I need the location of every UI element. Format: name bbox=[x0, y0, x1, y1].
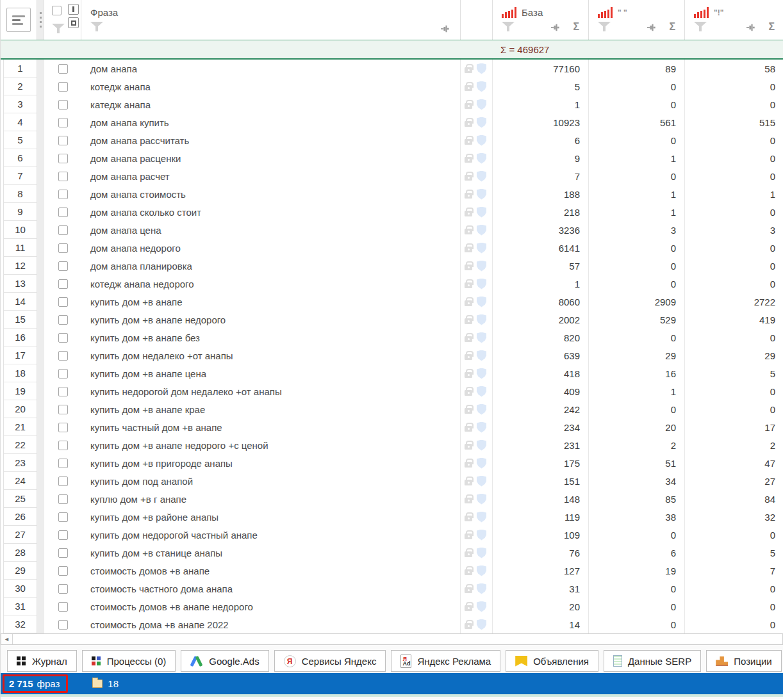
phrase-text[interactable]: стоимость домов +в анапе bbox=[81, 566, 210, 576]
phrase-text[interactable]: купить дом недорогой частный анапе bbox=[81, 530, 258, 541]
shield-icon[interactable] bbox=[477, 458, 486, 469]
lock-icon[interactable] bbox=[465, 372, 472, 378]
phrase-text[interactable]: купить частный дом +в анапе bbox=[81, 422, 222, 433]
phrase-text[interactable]: котедж анапа недорого bbox=[81, 279, 194, 289]
row-checkbox[interactable] bbox=[58, 172, 68, 181]
lock-icon[interactable] bbox=[465, 426, 472, 432]
phrase-text[interactable]: дом анапа расценки bbox=[81, 153, 181, 164]
row-checkbox[interactable] bbox=[58, 530, 68, 540]
row-checkbox[interactable] bbox=[58, 315, 68, 325]
row-checkbox[interactable] bbox=[58, 225, 68, 235]
lock-icon[interactable] bbox=[465, 265, 472, 270]
shield-icon[interactable] bbox=[477, 207, 486, 218]
row-checkbox[interactable] bbox=[58, 118, 68, 127]
phrase-text[interactable]: купить дом +в анапе цена bbox=[81, 368, 206, 379]
row-checkbox[interactable] bbox=[58, 441, 68, 450]
phrase-text[interactable]: купить дом +в анапе bbox=[81, 297, 183, 307]
lock-icon[interactable] bbox=[465, 193, 472, 199]
phrase-text[interactable]: купить дом +в анапе недорого +с ценой bbox=[81, 440, 268, 451]
lock-icon[interactable] bbox=[465, 462, 472, 468]
base-pin-icon[interactable] bbox=[551, 23, 560, 32]
row-checkbox[interactable] bbox=[58, 261, 68, 271]
row-checkbox[interactable] bbox=[58, 297, 68, 307]
shield-icon[interactable] bbox=[477, 243, 486, 254]
exact-pin-icon[interactable] bbox=[746, 23, 755, 32]
tab-serp[interactable]: Данные SERP bbox=[604, 650, 701, 672]
lock-icon[interactable] bbox=[465, 247, 472, 252]
shield-icon[interactable] bbox=[477, 297, 486, 307]
row-checkbox[interactable] bbox=[58, 154, 68, 163]
lock-icon[interactable] bbox=[465, 390, 472, 396]
row-checkbox[interactable] bbox=[58, 584, 68, 594]
lock-icon[interactable] bbox=[465, 139, 472, 145]
select-all-checkbox[interactable] bbox=[52, 6, 62, 15]
row-checkbox[interactable] bbox=[58, 279, 68, 289]
header-cell-base[interactable]: База bbox=[493, 0, 589, 40]
shield-icon[interactable] bbox=[477, 171, 486, 182]
phrase-filter-icon[interactable] bbox=[90, 22, 103, 33]
phrase-text[interactable]: купить дом +в анапе крае bbox=[81, 404, 205, 415]
phrase-text[interactable]: купить дом +в анапе без bbox=[81, 332, 200, 343]
shield-icon[interactable] bbox=[477, 99, 486, 110]
shield-icon[interactable] bbox=[477, 135, 486, 146]
row-checkbox[interactable] bbox=[58, 64, 68, 74]
row-checkbox[interactable] bbox=[58, 494, 68, 504]
row-checkbox[interactable] bbox=[58, 351, 68, 361]
lock-icon[interactable] bbox=[465, 623, 472, 629]
row-checkbox[interactable] bbox=[58, 459, 68, 468]
lock-icon[interactable] bbox=[465, 605, 472, 611]
shield-icon[interactable] bbox=[477, 350, 486, 361]
layout-button[interactable] bbox=[6, 8, 31, 32]
phrase-text[interactable]: куплю дом +в г анапе bbox=[81, 494, 186, 505]
quotes-pin-icon[interactable] bbox=[647, 23, 656, 32]
shield-icon[interactable] bbox=[477, 225, 486, 236]
phrase-text[interactable]: катедж анапа bbox=[81, 99, 151, 110]
lock-icon[interactable] bbox=[465, 211, 472, 216]
quotes-filter-icon[interactable] bbox=[598, 22, 611, 33]
shield-icon[interactable] bbox=[477, 63, 486, 74]
phrase-text[interactable]: котедж анапа bbox=[81, 81, 151, 92]
lock-icon[interactable] bbox=[465, 121, 472, 127]
tab-processes[interactable]: Процессы (0) bbox=[82, 650, 176, 672]
phrase-text[interactable]: стоимость дома +в анапе 2022 bbox=[81, 619, 229, 630]
phrase-text[interactable]: дом анапа цена bbox=[81, 225, 161, 236]
phrase-text[interactable]: дом анапа расчет bbox=[81, 171, 170, 182]
lock-icon[interactable] bbox=[465, 569, 472, 575]
lock-icon[interactable] bbox=[465, 85, 472, 91]
lock-icon[interactable] bbox=[465, 587, 472, 593]
row-checkbox[interactable] bbox=[58, 333, 68, 343]
phrase-text[interactable]: купить дом под анапой bbox=[81, 476, 193, 487]
lock-icon[interactable] bbox=[465, 103, 472, 109]
row-checkbox[interactable] bbox=[58, 243, 68, 253]
tab-positions[interactable]: Позиции bbox=[706, 650, 782, 672]
phrase-text[interactable]: дом анапа купить bbox=[81, 117, 169, 128]
phrase-text[interactable]: купить дом +в районе анапы bbox=[81, 512, 218, 523]
row-checkbox[interactable] bbox=[58, 369, 68, 378]
header-cell-quotes[interactable]: " " bbox=[589, 0, 685, 40]
lock-icon[interactable] bbox=[465, 480, 472, 485]
lock-icon[interactable] bbox=[465, 408, 472, 414]
quotes-sum-icon[interactable] bbox=[669, 21, 675, 33]
row-checkbox[interactable] bbox=[58, 82, 68, 92]
lock-icon[interactable] bbox=[465, 336, 472, 342]
row-checkbox[interactable] bbox=[58, 136, 68, 145]
scroll-left-button[interactable] bbox=[1, 634, 13, 644]
row-checkbox[interactable] bbox=[58, 208, 68, 217]
row-checkbox[interactable] bbox=[58, 405, 68, 414]
column-drag-handle[interactable] bbox=[37, 0, 44, 40]
lock-icon[interactable] bbox=[465, 175, 472, 181]
row-checkbox[interactable] bbox=[58, 476, 68, 486]
shield-icon[interactable] bbox=[477, 476, 486, 487]
shield-icon[interactable] bbox=[477, 314, 486, 325]
shield-icon[interactable] bbox=[477, 153, 486, 164]
row-checkbox[interactable] bbox=[58, 566, 68, 576]
base-sum-icon[interactable] bbox=[573, 21, 579, 33]
scroll-thumb[interactable] bbox=[13, 634, 782, 644]
phrase-text[interactable]: стоимость домов +в анапе недорого bbox=[81, 601, 253, 612]
row-checkbox[interactable] bbox=[58, 100, 68, 110]
lock-icon[interactable] bbox=[465, 498, 472, 503]
shield-icon[interactable] bbox=[477, 422, 486, 433]
shield-icon[interactable] bbox=[477, 619, 486, 630]
exact-filter-icon[interactable] bbox=[694, 22, 707, 33]
shield-icon[interactable] bbox=[477, 512, 486, 523]
